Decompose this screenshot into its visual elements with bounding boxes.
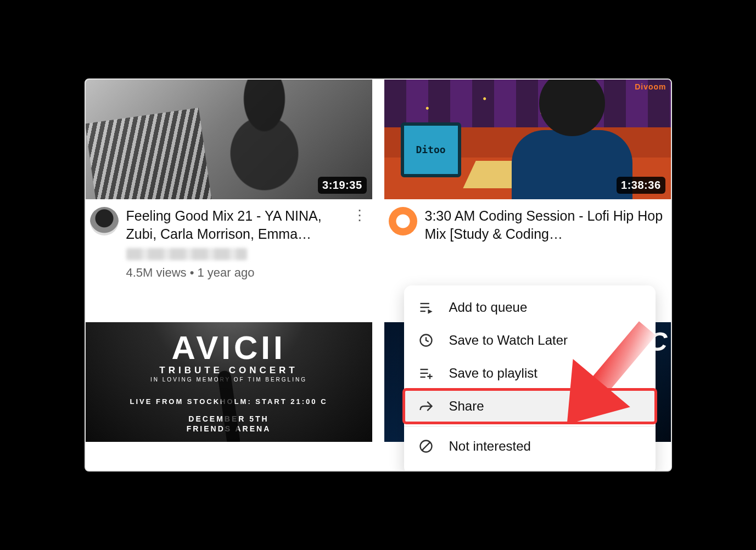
channel-avatar[interactable] (389, 207, 417, 235)
video-title[interactable]: Feeling Good Mix 21 - YA NINA, Zubi, Car… (126, 207, 344, 243)
menu-item-label: Share (449, 399, 484, 414)
svg-line-11 (422, 442, 430, 450)
menu-item-label: Add to queue (449, 300, 528, 315)
menu-item-label: Not interested (449, 439, 531, 454)
share-icon (418, 399, 434, 414)
more-actions-button[interactable]: ⋮ (351, 207, 368, 223)
menu-item-share[interactable]: Share (404, 390, 656, 423)
duration-badge: 3:19:35 (318, 177, 366, 194)
menu-item-not-interested[interactable]: Not interested (404, 430, 656, 463)
poster-logo: AVICII (171, 332, 285, 364)
video-title[interactable]: 3:30 AM Coding Session - Lofi Hip Hop Mi… (425, 207, 667, 243)
video-meta: Feeling Good Mix 21 - YA NINA, Zubi, Car… (86, 199, 372, 309)
channel-name-redacted (126, 248, 247, 260)
clock-icon (418, 333, 434, 348)
video-stats: 4.5M views • 1 year ago (126, 266, 344, 280)
video-card[interactable]: Divoom 1:38:36 3:30 AM Coding Session - … (384, 80, 671, 309)
duration-badge: 1:38:36 (617, 177, 665, 194)
not-interested-icon (418, 439, 434, 454)
app-window: 3:19:35 Feeling Good Mix 21 - YA NINA, Z… (85, 78, 672, 472)
menu-item-add-to-queue[interactable]: Add to queue (404, 291, 656, 324)
thumbnail-monitor-graphic (401, 122, 461, 177)
menu-item-watch-later[interactable]: Save to Watch Later (404, 324, 656, 357)
video-card[interactable]: AVICII TRIBUTE CONCERT IN LOVING MEMORY … (86, 322, 372, 442)
svg-marker-3 (428, 310, 432, 314)
video-card[interactable]: 3:19:35 Feeling Good Mix 21 - YA NINA, Z… (86, 80, 372, 309)
video-thumbnail[interactable]: 3:19:35 (86, 80, 372, 199)
video-context-menu: Add to queue Save to Watch Later Save to… (404, 285, 656, 472)
menu-item-label: Save to playlist (449, 366, 537, 381)
channel-avatar[interactable] (90, 207, 119, 235)
menu-item-label: Save to Watch Later (449, 333, 568, 348)
playlist-add-icon (418, 366, 434, 381)
video-thumbnail[interactable]: Divoom 1:38:36 (384, 80, 671, 199)
thumbnail-brand-text: Divoom (635, 83, 666, 91)
menu-item-save-playlist[interactable]: Save to playlist (404, 357, 656, 390)
video-thumbnail[interactable]: AVICII TRIBUTE CONCERT IN LOVING MEMORY … (86, 322, 372, 442)
queue-icon (418, 300, 434, 315)
menu-divider (404, 426, 656, 426)
